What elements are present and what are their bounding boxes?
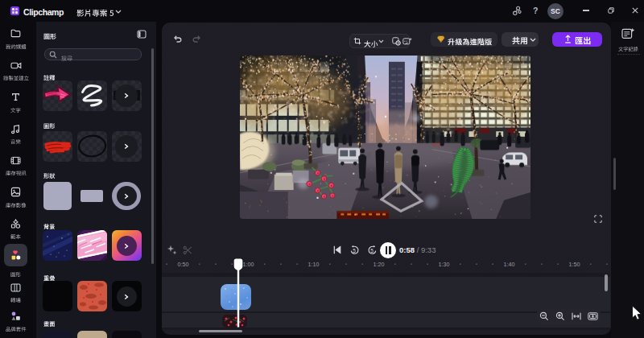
svg-text:1:20: 1:20 — [374, 261, 385, 268]
svg-text:1:30: 1:30 — [439, 261, 450, 268]
svg-text:1:40: 1:40 — [504, 261, 515, 268]
svg-text:0:50: 0:50 — [178, 261, 189, 268]
svg-text:5: 5 — [370, 247, 374, 253]
svg-text:5: 5 — [353, 247, 356, 253]
svg-text:1:10: 1:10 — [308, 261, 320, 268]
svg-text:1:50: 1:50 — [569, 261, 580, 268]
svg-text:1:00: 1:00 — [243, 261, 254, 268]
